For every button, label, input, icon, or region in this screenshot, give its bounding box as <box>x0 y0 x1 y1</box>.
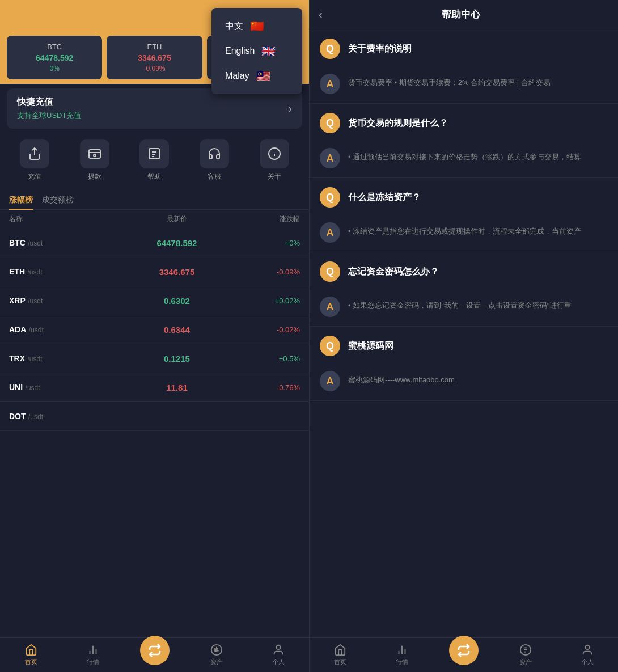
faq-list: Q 关于费率的说明 A 货币交易费率 • 期货交易手续费：2% 合约交易费率 |… <box>310 29 618 637</box>
right-panel: ‹ 帮助中心 Q 关于费率的说明 A 货币交易费率 • 期货交易手续费：2% 合… <box>309 0 618 672</box>
faq-item-4[interactable]: Q 忘记资金密码怎么办？ A • 如果您忘记资金密码，请到"我的—设置—点击设置… <box>310 252 618 327</box>
right-trade-icon <box>457 644 471 657</box>
customer-service-label: 客服 <box>208 172 221 181</box>
faq-a-text-1: 货币交易费率 • 期货交易手续费：2% 合约交易费率 | 合约交易 <box>348 74 551 89</box>
right-nav-asset-label: 资产 <box>519 658 532 666</box>
table-row[interactable]: XRP /usdt 0.6302 +0.02% <box>0 286 309 315</box>
eth-card[interactable]: ETH 3346.675 -0.09% <box>107 36 202 79</box>
nav-trade-center <box>124 641 185 669</box>
faq-q-text-2: 货币交易的规则是什么？ <box>348 117 448 129</box>
market-tabs: 涨幅榜 成交额榜 <box>0 187 309 210</box>
faq-q-text-4: 忘记资金密码怎么办？ <box>348 266 439 278</box>
right-home-icon <box>334 644 346 656</box>
right-market-icon <box>396 644 408 656</box>
right-asset-icon <box>519 644 532 656</box>
faq-q-icon-4: Q <box>320 261 340 282</box>
faq-q-text-5: 蜜桃源码网 <box>348 340 393 352</box>
btc-card[interactable]: BTC 64478.592 0% <box>7 36 102 79</box>
quick-recharge-banner[interactable]: 快捷充值 支持全球USDT充值 › <box>7 88 302 129</box>
lang-english[interactable]: English 🇬🇧 <box>221 39 293 64</box>
btc-change: 0% <box>12 65 96 73</box>
faq-q-3: Q 什么是冻结资产？ <box>310 178 618 217</box>
help-title: 帮助中心 <box>329 8 593 21</box>
right-nav-market-label: 行情 <box>396 658 408 666</box>
tab-rise[interactable]: 涨幅榜 <box>9 192 33 210</box>
recharge-button[interactable]: 充值 <box>20 139 49 181</box>
faq-q-icon-2: Q <box>320 113 340 133</box>
faq-a-4: A • 如果您忘记资金密码，请到"我的—设置—点击设置资金密码"进行重 <box>310 291 618 326</box>
eth-row-name: ETH /usdt <box>9 267 121 277</box>
profile-icon <box>272 644 285 656</box>
right-nav-profile[interactable]: 个人 <box>556 641 618 669</box>
table-row[interactable]: TRX /usdt 0.1215 +0.5% <box>0 344 309 373</box>
eth-row-price: 3346.675 <box>121 267 232 277</box>
recharge-icon <box>20 139 49 168</box>
withdraw-label: 提款 <box>88 172 101 181</box>
market-icon <box>87 644 99 656</box>
table-row[interactable]: DOT /usdt <box>0 402 309 431</box>
xrp-row-name: XRP /usdt <box>9 295 121 306</box>
right-profile-icon <box>581 644 594 656</box>
th-change: 涨跌幅 <box>233 214 300 224</box>
right-nav-market[interactable]: 行情 <box>371 641 433 669</box>
right-nav-trade-button[interactable] <box>449 636 479 665</box>
help-button[interactable]: 帮助 <box>139 139 169 181</box>
banner-arrow-icon: › <box>288 102 292 115</box>
trx-row-name: TRX /usdt <box>9 353 121 364</box>
svg-point-20 <box>585 645 589 649</box>
nav-market[interactable]: 行情 <box>62 641 124 669</box>
faq-a-2: A • 通过预估当前交易对接下来的价格走势（涨跌）的方式参与交易，结算 <box>310 142 618 177</box>
eth-name: ETH <box>112 43 196 51</box>
btc-price: 64478.592 <box>12 53 96 62</box>
right-nav-home[interactable]: 首页 <box>310 641 371 669</box>
faq-item-3[interactable]: Q 什么是冻结资产？ A • 冻结资产是指您在进行交易或提现操作时，流程未全部完… <box>310 178 618 252</box>
help-header: ‹ 帮助中心 <box>310 0 618 29</box>
lang-malay[interactable]: Malay 🇲🇾 <box>221 64 293 88</box>
about-label: 关于 <box>268 172 281 181</box>
faq-a-text-3: • 冻结资产是指您在进行交易或提现操作时，流程未全部完成，当前资产 <box>348 222 581 238</box>
withdraw-button[interactable]: 提款 <box>80 139 109 181</box>
about-button[interactable]: 关于 <box>260 139 289 181</box>
nav-profile[interactable]: 个人 <box>247 641 309 669</box>
th-name: 名称 <box>9 214 121 224</box>
svg-point-15 <box>276 645 280 649</box>
table-row[interactable]: BTC /usdt 64478.592 +0% <box>0 229 309 257</box>
nav-asset-label: 资产 <box>210 658 223 666</box>
faq-item-5[interactable]: Q 蜜桃源码网 A 蜜桃源码网----www.mitaobo.com <box>310 327 618 401</box>
eth-change: -0.09% <box>112 65 196 73</box>
asset-icon: ¥ <box>210 644 223 656</box>
nav-trade-button[interactable] <box>140 636 170 665</box>
faq-q-text-3: 什么是冻结资产？ <box>348 192 421 204</box>
faq-a-icon-3: A <box>320 222 340 243</box>
nav-home-label: 首页 <box>25 658 37 666</box>
xrp-row-price: 0.6302 <box>121 296 232 306</box>
help-label: 帮助 <box>147 172 161 181</box>
nav-profile-label: 个人 <box>272 658 285 666</box>
tab-volume[interactable]: 成交额榜 <box>42 192 74 210</box>
back-button[interactable]: ‹ <box>319 8 323 21</box>
faq-q-icon-5: Q <box>320 336 340 356</box>
faq-item-1[interactable]: Q 关于费率的说明 A 货币交易费率 • 期货交易手续费：2% 合约交易费率 |… <box>310 29 618 104</box>
home-icon <box>25 644 37 656</box>
dot-row-name: DOT /usdt <box>9 411 121 421</box>
faq-a-1: A 货币交易费率 • 期货交易手续费：2% 合约交易费率 | 合约交易 <box>310 68 618 103</box>
banner-text: 快捷充值 支持全球USDT充值 <box>17 96 81 121</box>
right-bottom-nav: 首页 行情 资产 <box>310 637 618 672</box>
faq-a-5: A 蜜桃源码网----www.mitaobo.com <box>310 365 618 400</box>
ada-row-price: 0.6344 <box>121 325 232 335</box>
faq-a-3: A • 冻结资产是指您在进行交易或提现操作时，流程未全部完成，当前资产 <box>310 217 618 252</box>
right-nav-asset[interactable]: 资产 <box>494 641 556 669</box>
table-row[interactable]: UNI /usdt 11.81 -0.76% <box>0 373 309 402</box>
nav-home[interactable]: 首页 <box>0 641 62 669</box>
faq-a-icon-4: A <box>320 297 340 317</box>
customer-service-button[interactable]: 客服 <box>200 139 229 181</box>
faq-q-4: Q 忘记资金密码怎么办？ <box>310 252 618 291</box>
table-row[interactable]: ETH /usdt 3346.675 -0.09% <box>0 257 309 286</box>
lang-chinese[interactable]: 中文 🇨🇳 <box>221 14 293 39</box>
table-row[interactable]: ADA /usdt 0.6344 -0.02% <box>0 315 309 344</box>
about-icon <box>260 139 289 168</box>
lang-english-label: English <box>225 46 255 56</box>
faq-item-2[interactable]: Q 货币交易的规则是什么？ A • 通过预估当前交易对接下来的价格走势（涨跌）的… <box>310 104 618 178</box>
faq-a-icon-2: A <box>320 148 340 168</box>
nav-asset[interactable]: ¥ 资产 <box>185 641 247 669</box>
